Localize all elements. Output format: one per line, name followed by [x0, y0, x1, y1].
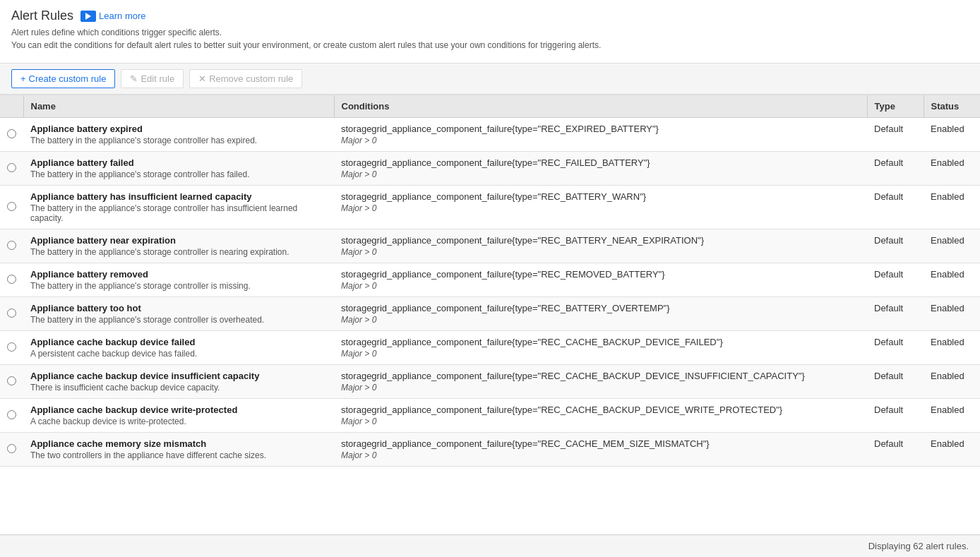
- col-header-type: Type: [867, 95, 924, 118]
- row-radio-input[interactable]: [7, 376, 16, 385]
- remove-custom-rule-button[interactable]: ✕ Remove custom rule: [189, 69, 302, 88]
- rule-name: Appliance cache backup device failed: [30, 337, 327, 347]
- rule-desc: A persistent cache backup device has fai…: [30, 349, 327, 359]
- rule-name: Appliance cache backup device insufficie…: [30, 371, 327, 381]
- row-radio-input[interactable]: [7, 444, 16, 453]
- row-status-cell: Enabled: [924, 263, 980, 297]
- times-icon: ✕: [198, 73, 206, 84]
- row-radio-input[interactable]: [7, 129, 16, 138]
- row-type-cell: Default: [867, 297, 924, 331]
- learn-more-link[interactable]: Learn more: [80, 11, 145, 22]
- row-type-cell: Default: [867, 365, 924, 399]
- page-title: Alert Rules: [11, 8, 73, 23]
- table-row[interactable]: Appliance battery failedThe battery in t…: [0, 152, 980, 186]
- create-custom-rule-button[interactable]: + Create custom rule: [11, 69, 115, 88]
- rule-desc: There is insufficient cache backup devic…: [30, 383, 327, 393]
- condition-sub: Major > 0: [341, 349, 860, 359]
- remove-label: Remove custom rule: [209, 73, 293, 84]
- row-name-cell: Appliance cache memory size mismatchThe …: [23, 433, 334, 467]
- row-name-cell: Appliance battery near expirationThe bat…: [23, 229, 334, 263]
- row-radio-cell[interactable]: [0, 152, 23, 186]
- rule-desc: The battery in the appliance's storage c…: [30, 203, 327, 223]
- rule-name: Appliance battery expired: [30, 124, 327, 134]
- condition-main: storagegrid_appliance_component_failure{…: [341, 303, 860, 313]
- row-radio-cell[interactable]: [0, 118, 23, 152]
- row-radio-cell[interactable]: [0, 186, 23, 229]
- table-row[interactable]: Appliance battery near expirationThe bat…: [0, 229, 980, 263]
- table-row[interactable]: Appliance battery expiredThe battery in …: [0, 118, 980, 152]
- rule-name: Appliance battery too hot: [30, 303, 327, 313]
- row-radio-input[interactable]: [7, 309, 16, 318]
- row-radio-cell[interactable]: [0, 297, 23, 331]
- row-conditions-cell: storagegrid_appliance_component_failure{…: [334, 186, 867, 229]
- condition-main: storagegrid_appliance_component_failure{…: [341, 438, 860, 449]
- row-radio-input[interactable]: [7, 241, 16, 250]
- table-row[interactable]: Appliance cache backup device insufficie…: [0, 365, 980, 399]
- table-row[interactable]: Appliance battery too hotThe battery in …: [0, 297, 980, 331]
- row-status-cell: Enabled: [924, 365, 980, 399]
- rule-name: Appliance battery near expiration: [30, 235, 327, 246]
- rule-desc: A cache backup device is write-protected…: [30, 417, 327, 426]
- condition-main: storagegrid_appliance_component_failure{…: [341, 371, 860, 381]
- condition-sub: Major > 0: [341, 203, 860, 213]
- rule-desc: The battery in the appliance's storage c…: [30, 136, 327, 145]
- row-type-cell: Default: [867, 118, 924, 152]
- title-row: Alert Rules Learn more: [11, 8, 969, 23]
- condition-main: storagegrid_appliance_component_failure{…: [341, 405, 860, 415]
- rule-desc: The battery in the appliance's storage c…: [30, 169, 327, 179]
- table-row[interactable]: Appliance cache backup device failedA pe…: [0, 331, 980, 365]
- rule-name: Appliance battery removed: [30, 269, 327, 280]
- row-name-cell: Appliance battery failedThe battery in t…: [23, 152, 334, 186]
- row-type-cell: Default: [867, 399, 924, 433]
- row-radio-input[interactable]: [7, 163, 16, 172]
- alert-rules-table: Name Conditions Type Status Appliance ba…: [0, 95, 980, 467]
- condition-sub: Major > 0: [341, 315, 860, 325]
- row-radio-input[interactable]: [7, 275, 16, 284]
- row-status-cell: Enabled: [924, 433, 980, 467]
- row-conditions-cell: storagegrid_appliance_component_failure{…: [334, 229, 867, 263]
- edit-rule-button[interactable]: ✎ Edit rule: [121, 69, 184, 88]
- toolbar: + Create custom rule ✎ Edit rule ✕ Remov…: [0, 63, 980, 95]
- rule-name: Appliance battery failed: [30, 157, 327, 168]
- condition-main: storagegrid_appliance_component_failure{…: [341, 269, 860, 280]
- row-status-cell: Enabled: [924, 297, 980, 331]
- row-radio-cell[interactable]: [0, 331, 23, 365]
- row-radio-cell[interactable]: [0, 365, 23, 399]
- table-row[interactable]: Appliance battery has insufficient learn…: [0, 186, 980, 229]
- col-header-name: Name: [23, 95, 334, 118]
- row-conditions-cell: storagegrid_appliance_component_failure{…: [334, 118, 867, 152]
- row-radio-cell[interactable]: [0, 433, 23, 467]
- table-body: Appliance battery expiredThe battery in …: [0, 118, 980, 467]
- row-status-cell: Enabled: [924, 186, 980, 229]
- row-conditions-cell: storagegrid_appliance_component_failure{…: [334, 365, 867, 399]
- table-row[interactable]: Appliance cache backup device write-prot…: [0, 399, 980, 433]
- rule-desc: The two controllers in the appliance hav…: [30, 450, 327, 460]
- page-desc1: Alert rules define which conditions trig…: [11, 28, 969, 37]
- row-status-cell: Enabled: [924, 229, 980, 263]
- row-type-cell: Default: [867, 152, 924, 186]
- rule-desc: The battery in the appliance's storage c…: [30, 315, 327, 325]
- row-radio-input[interactable]: [7, 342, 16, 352]
- row-status-cell: Enabled: [924, 331, 980, 365]
- table-row[interactable]: Appliance battery removedThe battery in …: [0, 263, 980, 297]
- condition-sub: Major > 0: [341, 247, 860, 257]
- table-row[interactable]: Appliance cache memory size mismatchThe …: [0, 433, 980, 467]
- row-radio-input[interactable]: [7, 410, 16, 419]
- create-label: Create custom rule: [29, 73, 107, 84]
- pencil-icon: ✎: [130, 73, 138, 84]
- row-radio-input[interactable]: [7, 202, 16, 211]
- table-header: Name Conditions Type Status: [0, 95, 980, 118]
- rule-desc: The battery in the appliance's storage c…: [30, 281, 327, 291]
- row-conditions-cell: storagegrid_appliance_component_failure{…: [334, 331, 867, 365]
- row-name-cell: Appliance cache backup device insufficie…: [23, 365, 334, 399]
- row-radio-cell[interactable]: [0, 399, 23, 433]
- page-desc2: You can edit the conditions for default …: [11, 40, 969, 50]
- row-status-cell: Enabled: [924, 152, 980, 186]
- row-radio-cell[interactable]: [0, 229, 23, 263]
- row-conditions-cell: storagegrid_appliance_component_failure{…: [334, 297, 867, 331]
- row-radio-cell[interactable]: [0, 263, 23, 297]
- row-type-cell: Default: [867, 433, 924, 467]
- col-header-status: Status: [924, 95, 980, 118]
- row-name-cell: Appliance cache backup device write-prot…: [23, 399, 334, 433]
- condition-main: storagegrid_appliance_component_failure{…: [341, 191, 860, 202]
